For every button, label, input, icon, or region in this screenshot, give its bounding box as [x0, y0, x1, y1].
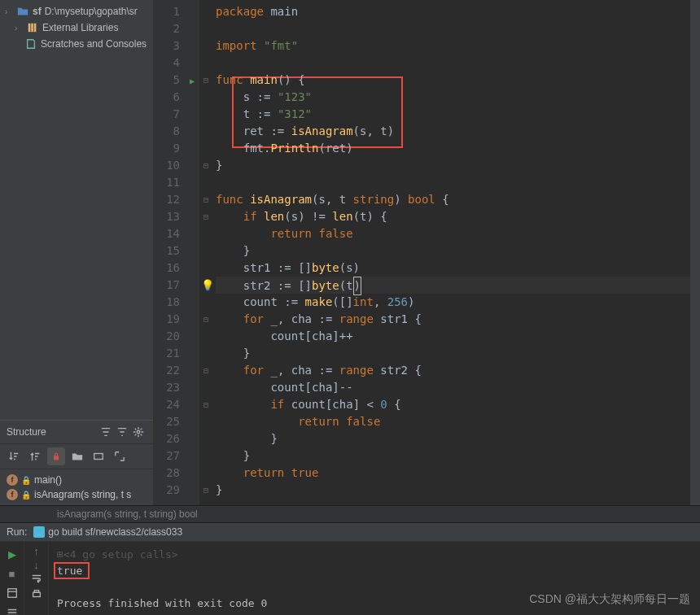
structure-header: Structure: [0, 420, 153, 444]
up-icon[interactable]: ↑: [33, 545, 39, 557]
code-area[interactable]: package mainimport "fmt"func main() { s …: [212, 0, 700, 505]
scratch-icon: [24, 37, 37, 50]
filter-icon[interactable]: [98, 424, 114, 440]
structure-item-isanagram[interactable]: f 🔒 isAnagram(s string, t s: [0, 487, 153, 502]
layout-icon[interactable]: [3, 584, 21, 602]
fold-column[interactable]: ⊟⊟⊟⊟⊟⊟⊟⊟: [199, 0, 212, 505]
svg-rect-0: [28, 24, 31, 33]
svg-rect-2: [34, 24, 37, 33]
tree-root[interactable]: › sf D:\mysetup\gopath\sr: [0, 3, 153, 20]
svg-rect-7: [33, 592, 40, 596]
gutter[interactable]: 12345▶6789101112131415161718192021222324…: [154, 0, 199, 505]
svg-rect-6: [7, 589, 16, 598]
chevron-right-icon: ›: [15, 24, 24, 33]
align-icon[interactable]: [3, 604, 21, 615]
breadcrumb-bar: isAnagram(s string, t string) bool: [0, 505, 700, 522]
structure-item-label: isAnagram(s string, t s: [34, 489, 131, 500]
external-libs-label: External Libraries: [42, 22, 118, 33]
folder-sort-icon[interactable]: [68, 447, 86, 465]
down-icon[interactable]: ↓: [33, 559, 39, 571]
lock-sort-icon[interactable]: [47, 447, 65, 465]
structure-item-main[interactable]: f 🔒 main(): [0, 473, 153, 487]
expand-icon[interactable]: [111, 447, 129, 465]
tree-external-libs[interactable]: › External Libraries: [0, 20, 153, 36]
scratches-label: Scratches and Consoles: [41, 38, 147, 50]
svg-rect-8: [34, 591, 38, 593]
run-label: Run:: [7, 526, 27, 538]
library-icon: [26, 21, 39, 34]
run-toolbar-2: ↑ ↓: [24, 542, 49, 615]
filter2-icon[interactable]: [114, 424, 130, 440]
root-name: sf: [33, 6, 42, 17]
project-tree[interactable]: › sf D:\mysetup\gopath\sr › External Lib…: [0, 0, 153, 420]
root-path: D:\mysetup\gopath\sr: [45, 6, 138, 17]
scrollbar[interactable]: [690, 0, 700, 505]
svg-rect-5: [94, 454, 103, 460]
gear-icon[interactable]: [130, 424, 147, 440]
stop-icon[interactable]: ■: [3, 565, 21, 582]
highlight-box-output: [54, 562, 90, 579]
run-config[interactable]: go build sf/newclass2/class033: [33, 526, 182, 538]
lock-icon: 🔒: [21, 476, 31, 485]
run-config-text: go build sf/newclass2/class033: [48, 526, 182, 538]
chevron-right-icon: ›: [5, 7, 15, 16]
breadcrumb-text: isAnagram(s string, t string) bool: [8, 508, 198, 520]
svg-rect-1: [31, 24, 33, 33]
watermark: CSDN @福大大架构师每日一题: [529, 592, 690, 607]
print-icon[interactable]: [31, 588, 42, 602]
structure-list: f 🔒 main() f 🔒 isAnagram(s string, t s: [0, 469, 153, 505]
function-icon: f: [7, 474, 18, 486]
tree-scratches[interactable]: Scratches and Consoles: [0, 36, 153, 52]
run-toolbar-1: ▶ ■: [0, 542, 24, 615]
run-header: Run: go build sf/newclass2/class033: [0, 523, 700, 542]
output-true: true: [57, 563, 692, 579]
box-icon[interactable]: [90, 447, 107, 465]
folder-icon: [16, 5, 29, 18]
sort1-icon[interactable]: [5, 447, 23, 465]
svg-point-3: [137, 430, 140, 434]
rerun-icon[interactable]: ▶: [3, 545, 21, 563]
sort2-icon[interactable]: [26, 447, 44, 465]
function-icon: f: [7, 489, 18, 500]
code-editor[interactable]: 12345▶6789101112131415161718192021222324…: [154, 0, 700, 505]
structure-title: Structure: [7, 426, 98, 438]
structure-item-label: main(): [34, 474, 62, 486]
output-setup: ⊞<4 go setup calls>: [57, 547, 692, 563]
wrap-icon[interactable]: [31, 573, 42, 587]
go-icon: [33, 526, 45, 538]
lock-icon: 🔒: [21, 491, 31, 499]
svg-rect-4: [54, 456, 59, 460]
structure-toolbar: [0, 444, 153, 469]
project-sidebar: › sf D:\mysetup\gopath\sr › External Lib…: [0, 0, 154, 505]
